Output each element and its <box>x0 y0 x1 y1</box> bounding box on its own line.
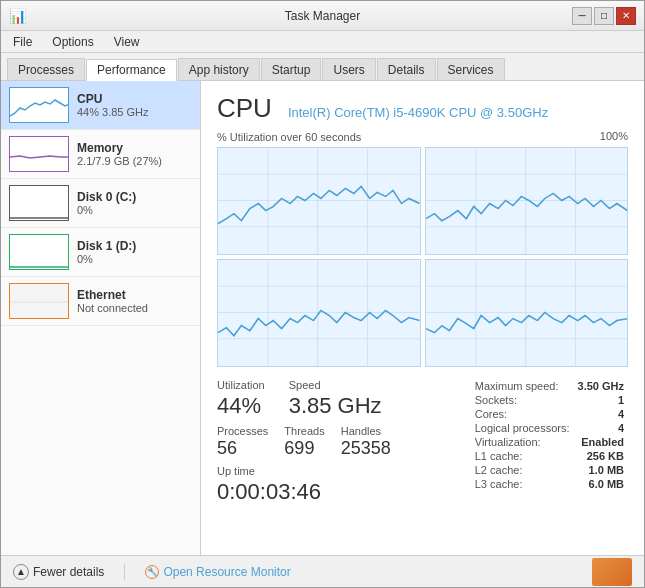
tabs-bar: Processes Performance App history Startu… <box>1 53 644 81</box>
sidebar-item-ethernet[interactable]: Ethernet Not connected <box>1 277 200 326</box>
speed-value: 3.85 GHz <box>289 393 382 419</box>
virt-row: Virtualization: Enabled <box>471 435 628 449</box>
handles-stat: Handles 25358 <box>341 425 391 459</box>
ethernet-label: Ethernet <box>77 288 192 302</box>
utilization-label: % Utilization over 60 seconds <box>217 131 361 143</box>
logical-row: Logical processors: 4 <box>471 421 628 435</box>
util-speed-row: Utilization 44% Speed 3.85 GHz <box>217 379 391 419</box>
l1-row: L1 cache: 256 KB <box>471 449 628 463</box>
stats-left: Utilization 44% Speed 3.85 GHz Processes… <box>217 379 391 505</box>
resource-monitor-icon: 🔧 <box>145 565 159 579</box>
util-header: % Utilization over 60 seconds 100% <box>217 130 628 144</box>
sockets-label: Sockets: <box>471 393 574 407</box>
utilization-stat: Utilization 44% <box>217 379 265 419</box>
menu-view[interactable]: View <box>106 33 148 51</box>
ethernet-info: Ethernet Not connected <box>77 288 192 314</box>
speed-label: Speed <box>289 379 382 391</box>
disk1-label: Disk 1 (D:) <box>77 239 192 253</box>
sidebar-item-disk1[interactable]: Disk 1 (D:) 0% <box>1 228 200 277</box>
right-stats: Maximum speed: 3.50 GHz Sockets: 1 Cores… <box>471 379 628 491</box>
tab-users[interactable]: Users <box>322 58 375 80</box>
cores-label: Cores: <box>471 407 574 421</box>
bottom-divider <box>124 564 125 580</box>
minimize-button[interactable]: ─ <box>572 7 592 25</box>
virt-label: Virtualization: <box>471 435 574 449</box>
bottom-bar: ▲ Fewer details 🔧 Open Resource Monitor <box>1 555 644 587</box>
uptime-stat: Up time 0:00:03:46 <box>217 465 391 505</box>
cpu-subtitle: Intel(R) Core(TM) i5-4690K CPU @ 3.50GHz <box>288 105 548 120</box>
svg-rect-23 <box>426 260 628 366</box>
cores-row: Cores: 4 <box>471 407 628 421</box>
disk0-info: Disk 0 (C:) 0% <box>77 190 192 216</box>
maximize-button[interactable]: □ <box>594 7 614 25</box>
ethernet-value: Not connected <box>77 302 192 314</box>
disk0-mini-graph <box>9 185 69 221</box>
sidebar-item-cpu[interactable]: CPU 44% 3.85 GHz <box>1 81 200 130</box>
window-title: Task Manager <box>0 9 645 23</box>
app-icon: 📊 <box>9 8 26 24</box>
cpu-graph-2 <box>217 259 421 367</box>
memory-value: 2.1/7.9 GB (27%) <box>77 155 192 167</box>
sockets-value: 1 <box>574 393 628 407</box>
l3-label: L3 cache: <box>471 477 574 491</box>
disk0-value: 0% <box>77 204 192 216</box>
logical-value: 4 <box>574 421 628 435</box>
cpu-title: CPU <box>217 93 272 124</box>
chevron-up-icon: ▲ <box>13 564 29 580</box>
disk1-info: Disk 1 (D:) 0% <box>77 239 192 265</box>
proc-thread-handles-row: Processes 56 Threads 699 Handles 25358 <box>217 425 391 459</box>
max-speed-value: 3.50 GHz <box>574 379 628 393</box>
tab-details[interactable]: Details <box>377 58 436 80</box>
stats-row: Utilization 44% Speed 3.85 GHz Processes… <box>217 379 628 505</box>
main-content: CPU 44% 3.85 GHz Memory 2.1/7.9 GB (27%) <box>1 81 644 555</box>
speed-stat: Speed 3.85 GHz <box>289 379 382 419</box>
cpu-label: CPU <box>77 92 192 106</box>
memory-info: Memory 2.1/7.9 GB (27%) <box>77 141 192 167</box>
menu-options[interactable]: Options <box>44 33 101 51</box>
cpu-value: 44% 3.85 GHz <box>77 106 192 118</box>
virt-value: Enabled <box>574 435 628 449</box>
bottom-decoration <box>592 558 632 586</box>
close-button[interactable]: ✕ <box>616 7 636 25</box>
disk0-label: Disk 0 (C:) <box>77 190 192 204</box>
content-area: CPU Intel(R) Core(TM) i5-4690K CPU @ 3.5… <box>201 81 644 555</box>
l2-row: L2 cache: 1.0 MB <box>471 463 628 477</box>
logical-label: Logical processors: <box>471 421 574 435</box>
tab-app-history[interactable]: App history <box>178 58 260 80</box>
sidebar: CPU 44% 3.85 GHz Memory 2.1/7.9 GB (27%) <box>1 81 201 555</box>
l1-value: 256 KB <box>574 449 628 463</box>
menu-file[interactable]: File <box>5 33 40 51</box>
tab-performance[interactable]: Performance <box>86 59 177 81</box>
fewer-details-button[interactable]: ▲ Fewer details <box>13 564 104 580</box>
cpu-graph-1 <box>425 147 629 255</box>
right-stats-table: Maximum speed: 3.50 GHz Sockets: 1 Cores… <box>471 379 628 491</box>
open-resource-label: Open Resource Monitor <box>163 565 290 579</box>
ethernet-mini-graph <box>9 283 69 319</box>
sidebar-item-memory[interactable]: Memory 2.1/7.9 GB (27%) <box>1 130 200 179</box>
disk1-mini-graph <box>9 234 69 270</box>
tab-startup[interactable]: Startup <box>261 58 322 80</box>
cores-value: 4 <box>574 407 628 421</box>
threads-label: Threads <box>284 425 324 437</box>
max-speed-label: Maximum speed: <box>471 379 574 393</box>
svg-rect-2 <box>218 148 420 254</box>
max-speed-row: Maximum speed: 3.50 GHz <box>471 379 628 393</box>
window: 📊 Task Manager ─ □ ✕ File Options View P… <box>0 0 645 588</box>
title-bar-left: 📊 <box>9 8 26 24</box>
l2-label: L2 cache: <box>471 463 574 477</box>
tab-services[interactable]: Services <box>437 58 505 80</box>
cpu-graph-3 <box>425 259 629 367</box>
menu-bar: File Options View <box>1 31 644 53</box>
cpu-info: CPU 44% 3.85 GHz <box>77 92 192 118</box>
handles-value: 25358 <box>341 438 391 459</box>
memory-label: Memory <box>77 141 192 155</box>
l3-row: L3 cache: 6.0 MB <box>471 477 628 491</box>
open-resource-monitor-link[interactable]: 🔧 Open Resource Monitor <box>145 565 290 579</box>
tab-processes[interactable]: Processes <box>7 58 85 80</box>
l2-value: 1.0 MB <box>574 463 628 477</box>
utilization-pct: 100% <box>600 130 628 142</box>
handles-label: Handles <box>341 425 391 437</box>
uptime-value: 0:00:03:46 <box>217 479 391 505</box>
util-label: Utilization <box>217 379 265 391</box>
sidebar-item-disk0[interactable]: Disk 0 (C:) 0% <box>1 179 200 228</box>
